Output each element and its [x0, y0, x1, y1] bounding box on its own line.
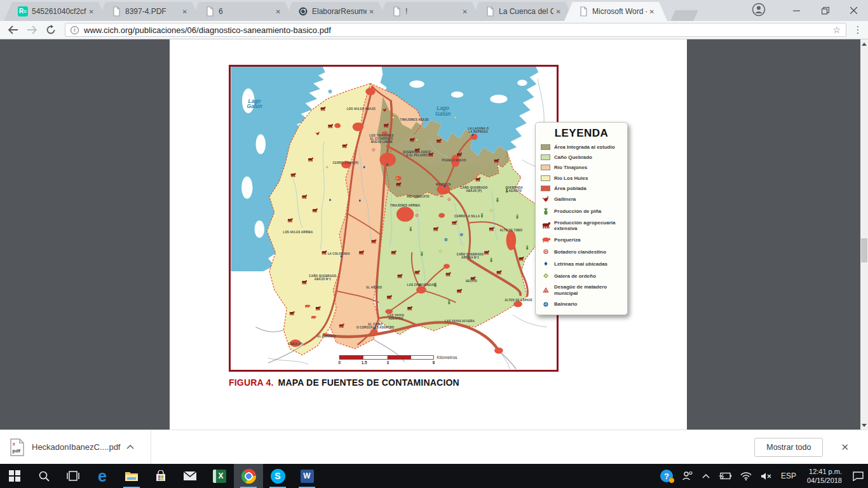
- show-all-button[interactable]: Mostrar todo: [754, 438, 823, 457]
- tab-title: 6: [219, 7, 273, 16]
- taskbar-start-button[interactable]: [0, 464, 29, 488]
- scale-tick-label: 6: [433, 360, 435, 365]
- scrollbar-thumb[interactable]: [861, 238, 867, 262]
- map-figure: 01.536Kilómetros LagoGatúnLagoGatúnLOS H…: [229, 65, 562, 372]
- system-tray: ? ESP 12:41 p.m. 04/15/2018: [656, 464, 868, 488]
- url-text[interactable]: www.cich.org/publicaciones/06/diagnostic…: [84, 25, 832, 35]
- figure-number: FIGURA 4.: [229, 377, 274, 388]
- taskbar-file-explorer-button[interactable]: [117, 464, 146, 488]
- pig-icon: [541, 236, 550, 243]
- skype-icon: S: [271, 469, 285, 484]
- tray-chevron-up-button[interactable]: [698, 464, 714, 488]
- new-tab-button[interactable]: [670, 10, 698, 21]
- legend-label: Producción de piña: [554, 208, 601, 214]
- tab-close-icon[interactable]: ✕: [463, 8, 468, 15]
- tab-6[interactable]: La Cuenca del Can✕: [471, 2, 574, 21]
- download-bar-close-icon[interactable]: ✕: [841, 442, 849, 453]
- map-place-label: MENDOZA: [436, 183, 452, 186]
- back-button[interactable]: [5, 22, 20, 37]
- tab-3[interactable]: 6✕: [191, 2, 294, 21]
- tab-close-icon[interactable]: ✕: [276, 8, 281, 15]
- legend-swatch: [541, 144, 550, 150]
- address-bar[interactable]: i www.cich.org/publicaciones/06/diagnost…: [65, 23, 846, 37]
- taskbar-skype-button[interactable]: S: [263, 464, 292, 488]
- legend-label: Gallinera: [554, 196, 576, 202]
- page-info-icon[interactable]: i: [71, 26, 79, 34]
- taskbar-mail-button[interactable]: [175, 464, 205, 488]
- taskbar-excel-button[interactable]: X: [205, 464, 234, 488]
- tab-5[interactable]: !✕: [377, 2, 480, 21]
- tab-2[interactable]: 8397-4.PDF✕: [97, 2, 200, 21]
- legend-label: Área poblada: [554, 186, 587, 191]
- pineapple-marker-icon: [526, 245, 529, 250]
- researchgate-icon: RG: [18, 6, 28, 17]
- globe-icon: [298, 6, 308, 17]
- taskbar-search-button[interactable]: [29, 464, 58, 488]
- svg-text:pdf: pdf: [13, 448, 21, 454]
- forward-button[interactable]: [24, 22, 39, 37]
- map-place-label: LagoGatún: [247, 98, 262, 110]
- taskbar-edge-button[interactable]: e: [88, 464, 117, 488]
- pineapple-marker-icon: [421, 252, 423, 256]
- tray-wifi-button[interactable]: [736, 464, 756, 488]
- pineapple-marker-icon: [516, 214, 519, 219]
- download-chevron-up-icon[interactable]: [126, 445, 134, 449]
- taskbar-word-button[interactable]: W: [292, 464, 322, 488]
- map-place-label: TINAJONES ARRIBA: [390, 204, 421, 207]
- minimize-button[interactable]: [782, 0, 811, 21]
- tray-people-button[interactable]: [677, 464, 698, 488]
- tray-help-button[interactable]: ?: [656, 464, 677, 488]
- tab-close-icon[interactable]: ✕: [369, 8, 374, 15]
- wifi-icon: [740, 472, 752, 480]
- botadero-marker-icon: [448, 198, 451, 201]
- volume-muted-icon: [761, 472, 772, 480]
- tab-close-icon[interactable]: ✕: [89, 8, 94, 15]
- legend-item-2: Caño Quebrado: [541, 154, 622, 160]
- profile-icon[interactable]: [752, 3, 766, 19]
- legend-item-10: Botadero clandestino: [541, 248, 622, 255]
- tab-1[interactable]: RG545261040cf2cf51✕: [4, 2, 107, 21]
- pineapple-marker-icon: [410, 227, 412, 231]
- map-place-label: EL ARADO: [366, 286, 382, 289]
- taskbar-task-view-button[interactable]: [58, 464, 88, 488]
- tab-7[interactable]: Microsoft Word - ✕: [564, 2, 667, 21]
- download-filename[interactable]: HeckadonIbanezC....pdf: [32, 442, 120, 452]
- close-window-button[interactable]: [839, 0, 868, 21]
- download-divider: [151, 430, 151, 464]
- tab-close-icon[interactable]: ✕: [556, 8, 561, 15]
- edge-icon: e: [98, 468, 107, 484]
- legend-item-4: Río Los Hules: [541, 175, 622, 181]
- restore-button[interactable]: [811, 0, 839, 21]
- tab-close-icon[interactable]: ✕: [182, 8, 187, 15]
- tray-volume-muted-button[interactable]: [756, 464, 776, 488]
- language-indicator[interactable]: ESP: [776, 464, 801, 488]
- galera-icon: [541, 272, 550, 280]
- legend-label: Letrinas mal ubicadas: [554, 261, 607, 267]
- figure-title: MAPA DE FUENTES DE CONTAMINACION: [278, 377, 459, 388]
- word-icon: W: [301, 470, 314, 483]
- taskbar-store-button[interactable]: [146, 464, 175, 488]
- tray-battery-button[interactable]: [714, 464, 736, 488]
- tab-4[interactable]: ElaborarResumene✕: [284, 2, 387, 21]
- document-icon: [391, 6, 402, 17]
- svg-text:e: e: [13, 442, 15, 446]
- legend-label: Desagüe de matadero municipal: [554, 284, 622, 295]
- browser-toolbar: i www.cich.org/publicaciones/06/diagnost…: [0, 21, 868, 39]
- reload-button[interactable]: [43, 22, 58, 37]
- chrome-menu-icon[interactable]: ⋮: [853, 24, 863, 36]
- map-place-label: LA LAGUNA OLA REPRESA: [468, 127, 489, 133]
- vertical-scrollbar[interactable]: [860, 39, 868, 430]
- scroll-up-arrow[interactable]: [860, 39, 868, 48]
- action-center-icon[interactable]: [848, 464, 868, 488]
- tab-close-icon[interactable]: ✕: [649, 8, 654, 15]
- legend-item-3: Río Tinajones: [541, 165, 622, 170]
- search-icon: [38, 470, 50, 482]
- scroll-down-arrow[interactable]: [860, 421, 868, 430]
- clock[interactable]: 12:41 p.m. 04/15/2018: [801, 467, 848, 485]
- taskbar-chrome-button[interactable]: [234, 464, 263, 488]
- chevron-up-icon: [702, 474, 710, 478]
- bookmark-star-icon[interactable]: ☆: [832, 25, 841, 35]
- legend-swatch: [541, 165, 550, 170]
- map-place-label: RÍO CONGUITO: [407, 194, 430, 198]
- map-place-label: LOS HULES ABAJO: [347, 107, 376, 111]
